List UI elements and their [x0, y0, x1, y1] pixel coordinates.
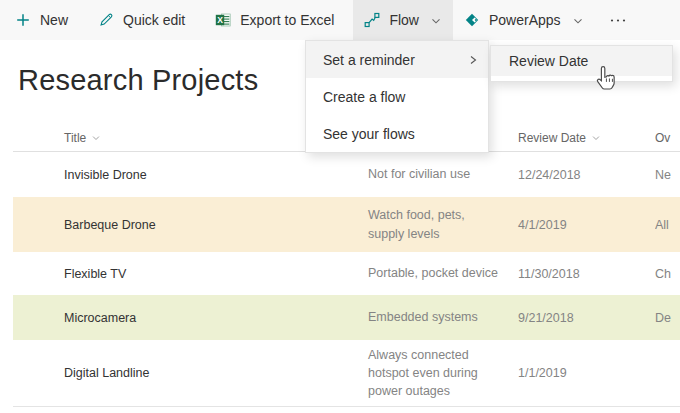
cell-description: Watch food, pets, supply levels — [368, 206, 518, 242]
column-header-review-date[interactable]: Review Date — [518, 131, 655, 145]
cell-review-date: 4/1/2019 — [518, 218, 655, 232]
chevron-down-icon — [91, 133, 101, 143]
flow-button-label: Flow — [389, 12, 419, 28]
column-header-owner[interactable]: Ov — [655, 131, 680, 145]
new-button-label: New — [40, 12, 68, 28]
cell-title: Flexible TV — [13, 267, 368, 281]
command-bar: New Quick edit X Export to Excel — [0, 0, 680, 40]
cell-review-date: 1/1/2019 — [518, 366, 655, 380]
export-to-excel-label: Export to Excel — [240, 12, 334, 28]
cell-review-date: 12/24/2018 — [518, 168, 655, 182]
svg-text:X: X — [217, 15, 223, 25]
cell-title: Digital Landline — [13, 366, 368, 380]
table-row[interactable]: Flexible TV Portable, pocket device 11/3… — [13, 252, 680, 295]
list-table: Title Review Date Ov Invisible Drone Not… — [0, 125, 680, 407]
flow-dropdown-menu: Set a reminder Create a flow See your fl… — [305, 40, 489, 153]
cell-title: Microcamera — [13, 311, 368, 325]
reminder-submenu: Review Date — [490, 45, 673, 82]
quick-edit-button[interactable]: Quick edit — [87, 0, 196, 40]
chevron-down-icon — [591, 133, 601, 143]
quick-edit-label: Quick edit — [123, 12, 185, 28]
chevron-down-icon — [430, 15, 442, 27]
table-row[interactable]: Barbeque Drone Watch food, pets, supply … — [13, 197, 680, 252]
flow-icon — [364, 12, 380, 28]
plus-icon — [15, 12, 31, 28]
cell-review-date: 11/30/2018 — [518, 267, 655, 281]
menu-item-set-a-reminder[interactable]: Set a reminder — [306, 41, 488, 78]
excel-icon: X — [215, 12, 231, 28]
submenu-item-review-date[interactable]: Review Date — [491, 46, 672, 76]
table-row[interactable]: Invisible Drone Not for civilian use 12/… — [13, 152, 680, 197]
cell-title: Invisible Drone — [13, 168, 368, 182]
flow-button[interactable]: Flow — [353, 0, 453, 40]
cell-owner: Ne — [655, 168, 680, 182]
powerapps-icon — [464, 12, 480, 28]
cell-description: Always connected hotspot even during pow… — [368, 346, 518, 400]
export-to-excel-button[interactable]: X Export to Excel — [204, 0, 345, 40]
page-title: Research Projects — [18, 64, 258, 97]
new-button[interactable]: New — [4, 0, 79, 40]
table-row[interactable]: Digital Landline Always connected hotspo… — [13, 340, 680, 407]
cell-title: Barbeque Drone — [13, 218, 368, 232]
cell-owner: All — [655, 218, 680, 232]
table-row[interactable]: Microcamera Embedded systems 9/21/2018 D… — [13, 295, 680, 340]
menu-item-create-a-flow[interactable]: Create a flow — [306, 78, 488, 115]
chevron-down-icon — [572, 15, 584, 27]
table-body: Invisible Drone Not for civilian use 12/… — [0, 152, 680, 407]
powerapps-button[interactable]: PowerApps — [453, 0, 595, 40]
cell-description: Portable, pocket device — [368, 264, 518, 282]
cell-owner: Ch — [655, 267, 680, 281]
cell-owner: De — [655, 311, 680, 325]
chevron-right-icon — [468, 54, 478, 66]
more-commands-button[interactable] — [595, 0, 641, 40]
powerapps-button-label: PowerApps — [489, 12, 561, 28]
ellipsis-icon — [609, 12, 627, 28]
cell-description: Not for civilian use — [368, 165, 518, 183]
sharepoint-list-page: New Quick edit X Export to Excel — [0, 0, 680, 413]
cell-description: Embedded systems — [368, 308, 518, 326]
menu-item-see-your-flows[interactable]: See your flows — [306, 115, 488, 152]
cell-review-date: 9/21/2018 — [518, 311, 655, 325]
pencil-icon — [98, 12, 114, 28]
